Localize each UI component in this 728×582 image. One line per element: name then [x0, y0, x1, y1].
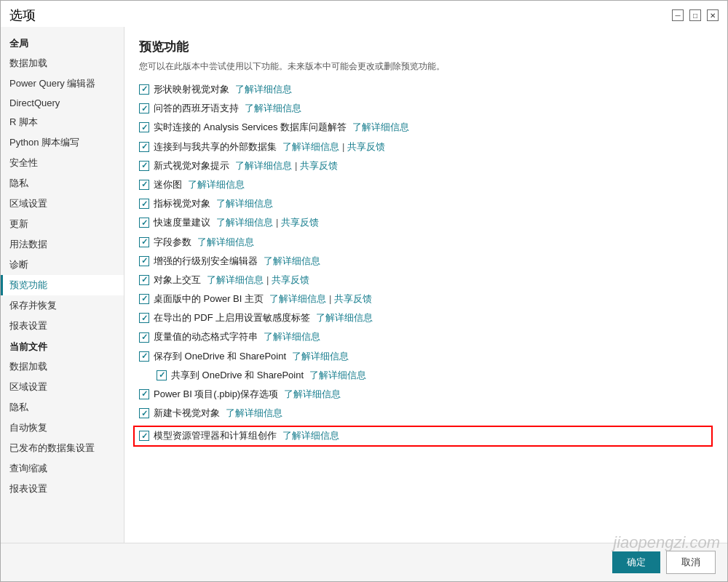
sidebar-item[interactable]: DirectQuery	[1, 94, 124, 112]
feature-extra-link[interactable]: 共享反馈	[272, 274, 309, 287]
feature-checkbox[interactable]	[139, 199, 149, 209]
feature-extra-link[interactable]: 共享反馈	[281, 216, 319, 229]
sidebar-section-title: 全局	[1, 33, 124, 53]
sidebar-item[interactable]: 自动恢复	[1, 418, 124, 438]
feature-checkbox[interactable]	[139, 351, 149, 362]
sidebar-section-title: 当前文件	[1, 336, 124, 356]
feature-learn-link[interactable]: 了解详细信息	[284, 388, 341, 401]
feature-learn-link[interactable]: 了解详细信息	[245, 102, 301, 115]
window-controls: ─ □ ✕	[672, 9, 719, 21]
feature-checkbox[interactable]	[139, 142, 149, 152]
sidebar-item[interactable]: Power Query 编辑器	[1, 73, 124, 94]
sidebar-item[interactable]: 已发布的数据集设置	[1, 438, 124, 458]
close-button[interactable]: ✕	[707, 9, 719, 21]
minimize-button[interactable]: ─	[672, 9, 684, 21]
feature-learn-link[interactable]: 了解详细信息	[216, 197, 273, 210]
feature-extra-link[interactable]: 共享反馈	[347, 140, 385, 154]
feature-extra-link[interactable]: 共享反馈	[300, 159, 338, 172]
feature-checkbox[interactable]	[139, 275, 149, 285]
feature-learn-link[interactable]: 了解详细信息	[309, 369, 366, 382]
sidebar-item[interactable]: 用法数据	[1, 234, 124, 255]
feature-checkbox[interactable]	[139, 218, 149, 228]
sidebar-item[interactable]: 诊断	[1, 255, 124, 275]
feature-learn-link[interactable]: 了解详细信息	[269, 292, 326, 306]
feature-checkbox[interactable]	[139, 313, 149, 323]
confirm-button[interactable]: 确定	[612, 551, 660, 573]
cancel-button[interactable]: 取消	[666, 551, 716, 574]
feature-learn-link[interactable]: 了解详细信息	[235, 159, 292, 172]
feature-row: 共享到 OneDrive 和 SharePoint 了解详细信息	[157, 369, 713, 382]
feature-text: 度量值的动态格式字符串	[154, 330, 258, 343]
feature-text: 指标视觉对象	[154, 197, 210, 210]
feature-checkbox[interactable]	[139, 84, 149, 95]
feature-checkbox[interactable]	[139, 332, 149, 343]
feature-text: 新建卡视觉对象	[154, 407, 220, 420]
feature-learn-link[interactable]: 了解详细信息	[352, 121, 409, 134]
sidebar-item[interactable]: Python 脚本编写	[1, 132, 124, 153]
feature-row: 问答的西班牙语支持 了解详细信息	[139, 102, 713, 115]
feature-extra-link[interactable]: 共享反馈	[334, 292, 372, 306]
sidebar-item[interactable]: 数据加载	[1, 356, 124, 377]
feature-row: 形状映射视觉对象 了解详细信息	[139, 83, 713, 96]
features-list: 形状映射视觉对象 了解详细信息问答的西班牙语支持 了解详细信息实时连接的 Ana…	[139, 83, 713, 447]
window-title: 选项	[9, 7, 36, 24]
sidebar-item[interactable]: 区域设置	[1, 194, 124, 214]
feature-row: 度量值的动态格式字符串 了解详细信息	[139, 330, 713, 343]
feature-row: 增强的行级别安全编辑器 了解详细信息	[139, 255, 713, 268]
feature-learn-link[interactable]: 了解详细信息	[216, 216, 273, 229]
feature-checkbox[interactable]	[139, 122, 149, 132]
feature-learn-link[interactable]: 了解详细信息	[264, 255, 320, 268]
feature-checkbox[interactable]	[139, 431, 149, 441]
sidebar-item[interactable]: 数据加载	[1, 53, 124, 73]
feature-text: 迷你图	[154, 178, 182, 191]
feature-text: Power BI 项目(.pbip)保存选项	[154, 388, 278, 401]
feature-learn-link[interactable]: 了解详细信息	[282, 429, 339, 442]
feature-learn-link[interactable]: 了解详细信息	[207, 274, 264, 287]
feature-text: 问答的西班牙语支持	[154, 102, 239, 115]
feature-text: 形状映射视觉对象	[154, 83, 229, 96]
feature-learn-link[interactable]: 了解详细信息	[188, 178, 245, 191]
feature-checkbox[interactable]	[139, 389, 149, 399]
feature-text: 模型资源管理器和计算组创作	[154, 429, 277, 442]
feature-checkbox[interactable]	[139, 103, 149, 113]
feature-text: 快速度量建议	[154, 216, 210, 229]
feature-row: Power BI 项目(.pbip)保存选项 了解详细信息	[139, 388, 713, 401]
feature-text: 在导出的 PDF 上启用设置敏感度标签	[154, 311, 310, 324]
sidebar-item[interactable]: 区域设置	[1, 377, 124, 397]
feature-learn-link[interactable]: 了解详细信息	[292, 350, 349, 363]
sidebar-item[interactable]: 安全性	[1, 153, 124, 173]
feature-learn-link[interactable]: 了解详细信息	[235, 83, 292, 96]
feature-checkbox[interactable]	[139, 408, 149, 418]
feature-checkbox[interactable]	[139, 161, 149, 171]
feature-learn-link[interactable]: 了解详细信息	[226, 407, 282, 420]
sidebar-item[interactable]: 隐私	[1, 397, 124, 418]
feature-checkbox[interactable]	[139, 294, 149, 304]
sidebar-item[interactable]: 隐私	[1, 173, 124, 194]
feature-checkbox[interactable]	[139, 256, 149, 266]
feature-checkbox[interactable]	[139, 180, 149, 190]
feature-learn-link[interactable]: 了解详细信息	[264, 330, 320, 343]
feature-row: 新建卡视觉对象 了解详细信息	[139, 407, 713, 420]
sidebar-item[interactable]: 报表设置	[1, 479, 124, 499]
feature-checkbox[interactable]	[157, 370, 167, 380]
feature-row: 实时连接的 Analysis Services 数据库问题解答 了解详细信息	[139, 121, 713, 134]
feature-row: 保存到 OneDrive 和 SharePoint 了解详细信息	[139, 350, 713, 363]
sidebar-item[interactable]: 查询缩减	[1, 458, 124, 479]
sidebar-item[interactable]: R 脚本	[1, 112, 124, 132]
sidebar-item[interactable]: 预览功能	[1, 275, 124, 295]
sidebar-item[interactable]: 保存并恢复	[1, 295, 124, 316]
feature-learn-link[interactable]: 了解详细信息	[197, 236, 254, 249]
feature-learn-link[interactable]: 了解详细信息	[282, 140, 339, 154]
sidebar-item[interactable]: 报表设置	[1, 316, 124, 336]
feature-row: 指标视觉对象 了解详细信息	[139, 197, 713, 210]
feature-text: 增强的行级别安全编辑器	[154, 255, 258, 268]
feature-checkbox[interactable]	[139, 237, 149, 247]
feature-learn-link[interactable]: 了解详细信息	[316, 311, 373, 324]
feature-text: 实时连接的 Analysis Services 数据库问题解答	[154, 121, 347, 134]
maximize-button[interactable]: □	[689, 9, 701, 21]
feature-row: 快速度量建议 了解详细信息 | 共享反馈	[139, 216, 713, 229]
title-bar: 选项 ─ □ ✕	[1, 1, 727, 27]
sidebar: 全局数据加载Power Query 编辑器DirectQueryR 脚本Pyth…	[1, 27, 124, 543]
content-area: 全局数据加载Power Query 编辑器DirectQueryR 脚本Pyth…	[1, 27, 727, 543]
sidebar-item[interactable]: 更新	[1, 214, 124, 234]
